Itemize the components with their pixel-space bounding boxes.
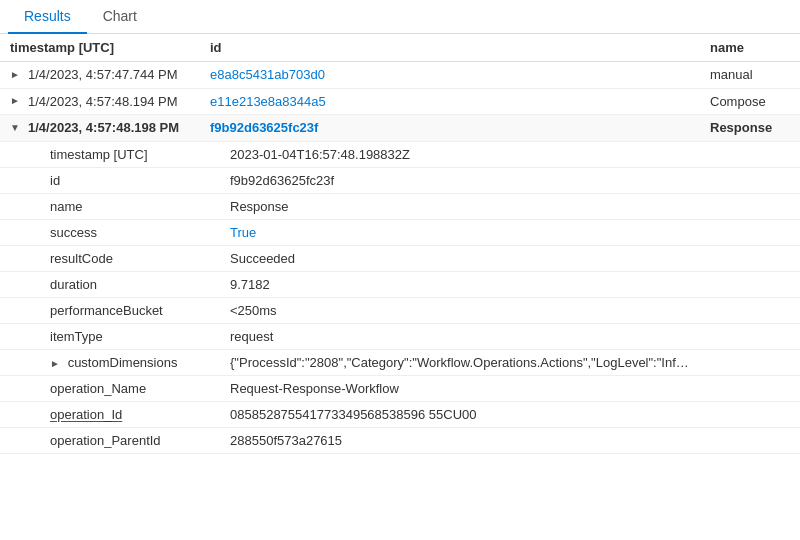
cell-timestamp: ►1/4/2023, 4:57:48.194 PM <box>0 88 200 115</box>
cell-id: e8a8c5431ab703d0 <box>200 62 700 89</box>
detail-value: 2023-01-04T16:57:48.198832Z <box>230 147 410 162</box>
cell-timestamp: ►1/4/2023, 4:57:47.744 PM <box>0 62 200 89</box>
col-header-id: id <box>200 34 700 62</box>
results-table: timestamp [UTC] id name success resultCo… <box>0 34 800 454</box>
detail-value: 085852875541773349568538596 55CU00 <box>230 407 477 422</box>
detail-key-label: id <box>50 173 60 188</box>
detail-value: f9b92d63625fc23f <box>230 173 334 188</box>
results-table-container: timestamp [UTC] id name success resultCo… <box>0 34 800 454</box>
col-header-timestamp: timestamp [UTC] <box>0 34 200 62</box>
row-expand-chevron[interactable]: ► <box>10 69 24 83</box>
detail-value-cell: 085852875541773349568538596 55CU00 <box>200 401 700 427</box>
tabs-container: Results Chart <box>0 0 800 34</box>
detail-empty-1 <box>700 427 800 453</box>
detail-key-cell: performanceBucket <box>0 297 200 323</box>
detail-value: {"ProcessId":"2808","Category":"Workflow… <box>230 355 700 370</box>
row-expand-chevron[interactable]: ► <box>10 95 24 109</box>
detail-empty-1 <box>700 193 800 219</box>
cell-id: f9b92d63625fc23f <box>200 115 700 142</box>
detail-value-cell: request <box>200 323 700 349</box>
cell-name: Compose <box>700 88 800 115</box>
detail-value-cell: 9.7182 <box>200 271 700 297</box>
detail-empty-1 <box>700 271 800 297</box>
detail-key-label: operation_Name <box>50 381 146 396</box>
detail-value: <250ms <box>230 303 277 318</box>
id-link[interactable]: e11e213e8a8344a5 <box>210 94 326 109</box>
detail-row: operation_Name Request-Response-Workflow <box>0 375 800 401</box>
detail-row: performanceBucket <250ms <box>0 297 800 323</box>
detail-key-cell: id <box>0 167 200 193</box>
table-row[interactable]: ▼1/4/2023, 4:57:48.198 PM f9b92d63625fc2… <box>0 115 800 142</box>
detail-key-cell: timestamp [UTC] <box>0 141 200 167</box>
table-header-row: timestamp [UTC] id name success resultCo… <box>0 34 800 62</box>
detail-key-cell: success <box>0 219 200 245</box>
detail-value: 9.7182 <box>230 277 270 292</box>
tab-chart[interactable]: Chart <box>87 0 153 34</box>
detail-row: ► customDimensions {"ProcessId":"2808","… <box>0 349 800 375</box>
detail-value-cell: True <box>200 219 700 245</box>
detail-row: resultCode Succeeded <box>0 245 800 271</box>
detail-key-label: duration <box>50 277 97 292</box>
cell-name: manual <box>700 62 800 89</box>
tab-bar: Results Chart <box>0 0 800 34</box>
detail-row: name Response <box>0 193 800 219</box>
detail-key-label: resultCode <box>50 251 113 266</box>
detail-empty-1 <box>700 297 800 323</box>
detail-value: Request-Response-Workflow <box>230 381 399 396</box>
detail-value-cell: Request-Response-Workflow <box>200 375 700 401</box>
detail-empty-1 <box>700 219 800 245</box>
detail-value: 288550f573a27615 <box>230 433 342 448</box>
detail-key-cell: operation_ParentId <box>0 427 200 453</box>
detail-key-label: timestamp [UTC] <box>50 147 148 162</box>
detail-key-label: success <box>50 225 97 240</box>
detail-empty-1 <box>700 375 800 401</box>
detail-value: Succeeded <box>230 251 295 266</box>
detail-row: id f9b92d63625fc23f <box>0 167 800 193</box>
detail-row: operation_Id 085852875541773349568538596… <box>0 401 800 427</box>
detail-value-cell: Succeeded <box>200 245 700 271</box>
detail-key-label: itemType <box>50 329 103 344</box>
detail-key-cell: duration <box>0 271 200 297</box>
detail-key-label: name <box>50 199 83 214</box>
detail-value-cell: 2023-01-04T16:57:48.198832Z <box>200 141 700 167</box>
detail-key-label: customDimensions <box>68 355 178 370</box>
detail-key-label: operation_ParentId <box>50 433 161 448</box>
detail-empty-1 <box>700 401 800 427</box>
detail-row: itemType request <box>0 323 800 349</box>
detail-empty-1 <box>700 245 800 271</box>
detail-value-cell: 288550f573a27615 <box>200 427 700 453</box>
detail-row: success True <box>0 219 800 245</box>
cell-name: Response <box>700 115 800 142</box>
detail-expand-chevron[interactable]: ► <box>50 358 64 369</box>
detail-value: True <box>230 225 256 240</box>
tab-results[interactable]: Results <box>8 0 87 34</box>
row-expand-chevron[interactable]: ▼ <box>10 122 24 136</box>
table-row[interactable]: ►1/4/2023, 4:57:48.194 PM e11e213e8a8344… <box>0 88 800 115</box>
detail-key-label: performanceBucket <box>50 303 163 318</box>
detail-value-cell: Response <box>200 193 700 219</box>
detail-value-cell: {"ProcessId":"2808","Category":"Workflow… <box>200 349 700 375</box>
col-header-name: name <box>700 34 800 62</box>
cell-id: e11e213e8a8344a5 <box>200 88 700 115</box>
id-link[interactable]: f9b92d63625fc23f <box>210 120 318 135</box>
table-row[interactable]: ►1/4/2023, 4:57:47.744 PM e8a8c5431ab703… <box>0 62 800 89</box>
detail-value-cell: <250ms <box>200 297 700 323</box>
detail-empty-1 <box>700 349 800 375</box>
detail-key-cell: operation_Id <box>0 401 200 427</box>
detail-key-cell: operation_Name <box>0 375 200 401</box>
detail-value: request <box>230 329 273 344</box>
detail-empty-1 <box>700 141 800 167</box>
id-link[interactable]: e8a8c5431ab703d0 <box>210 67 325 82</box>
detail-row: timestamp [UTC] 2023-01-04T16:57:48.1988… <box>0 141 800 167</box>
table-body: ►1/4/2023, 4:57:47.744 PM e8a8c5431ab703… <box>0 62 800 454</box>
detail-key-cell: resultCode <box>0 245 200 271</box>
detail-key-cell: ► customDimensions <box>0 349 200 375</box>
detail-empty-1 <box>700 167 800 193</box>
cell-timestamp: ▼1/4/2023, 4:57:48.198 PM <box>0 115 200 142</box>
detail-row: duration 9.7182 <box>0 271 800 297</box>
detail-key-cell: itemType <box>0 323 200 349</box>
detail-value: Response <box>230 199 289 214</box>
detail-key-label: operation_Id <box>50 407 122 422</box>
detail-empty-1 <box>700 323 800 349</box>
detail-row: operation_ParentId 288550f573a27615 <box>0 427 800 453</box>
